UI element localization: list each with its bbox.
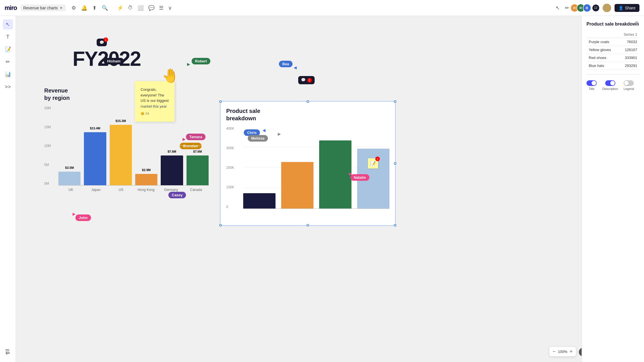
zoom-out-button[interactable]: − [553, 349, 556, 355]
y-label-15m: 15M [44, 125, 51, 129]
table-row-blue-hats: Blue hats 293291 [586, 62, 639, 70]
handle-mr[interactable] [394, 162, 396, 165]
x-label-hk: Hong Kong [134, 188, 158, 192]
share-button[interactable]: 👤 Share [615, 4, 639, 12]
row-label-purple-coats: Purple coats [586, 38, 618, 46]
handle-tr[interactable] [394, 100, 396, 103]
avatar-3: B [583, 4, 591, 12]
bar-hk-rect: $2.9M [135, 174, 157, 186]
handle-bl[interactable] [219, 224, 222, 226]
user-label-melissa: Melissa [248, 135, 268, 142]
cursor-chris: ◀ [262, 128, 266, 132]
sticky-tool[interactable]: 📝 [3, 44, 13, 54]
description-toggle-label: Description [602, 87, 618, 90]
tab-title[interactable]: Revenue bar charts ★ [20, 5, 66, 11]
cursor-tool[interactable]: ↖ [3, 19, 13, 30]
settings-icon[interactable]: ⚙ [71, 5, 76, 11]
handle-tl[interactable] [219, 100, 222, 103]
zoom-in-button[interactable]: + [569, 349, 573, 355]
toolbar-middle: ⚡ ⏱ ⬜ 💬 ☰ ∨ [117, 5, 172, 11]
table-row-purple-coats: Purple coats 76032 [586, 38, 639, 46]
lightning-icon[interactable]: ⚡ [117, 5, 123, 11]
bar-uk-value: $3.5M [65, 166, 74, 169]
chart-sticky-icon[interactable]: 📝 4 [368, 158, 378, 169]
bar-yellow-gloves-rect [281, 162, 313, 209]
bar-japan-value: $13.4M [90, 127, 100, 130]
text-tool[interactable]: T [3, 32, 13, 42]
cursor-chris2: ▶ [278, 132, 281, 136]
x-label-germany: Germany [158, 188, 183, 192]
panel-delete-button[interactable]: 🗑 [634, 20, 639, 26]
description-toggle[interactable] [605, 80, 615, 86]
user-label-natalie: Natalie [350, 174, 369, 181]
title-toggle-label: Title [589, 87, 594, 90]
current-user-avatar[interactable] [603, 4, 611, 12]
bar-us: $15.3M [110, 106, 132, 186]
search-icon[interactable]: 🔍 [102, 5, 108, 11]
panel-toggles: Title Description Legend [586, 80, 639, 90]
bar-japan-rect: $13.4M [84, 132, 106, 186]
product-y-axis: 400K 300K 200K 100K 0 [226, 127, 234, 209]
right-panel: Product sale breakdown 🗑 Series 1 Purple… [582, 16, 644, 362]
row-label-blue-hats: Blue hats [586, 62, 618, 70]
x-label-uk: UK [58, 188, 83, 192]
frame-icon[interactable]: ⬜ [137, 5, 144, 11]
star-icon[interactable]: ★ [60, 6, 63, 10]
user-label-bea: Bea [279, 61, 293, 67]
bar-japan: $13.4M [84, 106, 106, 186]
handle-br[interactable] [394, 224, 396, 226]
user-label-hisham: Hisham [104, 58, 124, 64]
bar-us-value: $15.3M [115, 119, 126, 123]
expand-icon[interactable]: ∨ [168, 5, 172, 11]
top-right-icons: ↖ ✏ [556, 5, 569, 11]
panel-title: Product sale breakdown [586, 22, 639, 27]
topbar-right: ↖ ✏ H R B 12 👤 Share [553, 4, 639, 12]
more-tools[interactable]: >> [3, 82, 13, 92]
handle-bm[interactable] [307, 224, 309, 226]
tab-title-text: Revenue bar charts [23, 6, 58, 10]
legend-toggle[interactable] [624, 80, 634, 86]
title-toggle[interactable] [586, 80, 597, 86]
panel-table: Series 1 Purple coats 76032 Yellow glove… [586, 31, 639, 70]
bars-container: $3.5M $13.4M [58, 106, 209, 186]
row-label-yellow-gloves: Yellow gloves [586, 46, 618, 54]
panel-toggle-button[interactable]: ☰ [2, 346, 12, 356]
bar-germany-rect: $7.6M [161, 155, 183, 186]
topbar: miro Revenue bar charts ★ ⚙ 🔔 ⬆ 🔍 ⚡ ⏱ ⬜ … [0, 0, 644, 16]
zoom-controls: − 100% + [549, 347, 576, 356]
bar-red-shoes-rect [319, 140, 351, 209]
cursor-hisham: ▶ [99, 61, 103, 66]
toggle-legend: Legend [624, 80, 634, 90]
canvas-notification-badge: 2 [307, 78, 312, 83]
pen-icon[interactable]: ✏ [565, 5, 569, 11]
cursor-icon[interactable]: ↖ [556, 5, 560, 11]
chart-tool[interactable]: 📊 [3, 69, 13, 79]
chat-icon[interactable]: 💬 [148, 5, 154, 11]
cursor-john: ▶ [73, 212, 76, 216]
canvas-notification[interactable]: 💬 2 [298, 76, 315, 84]
y-label-20m: 20M [44, 106, 51, 110]
x-axis-labels: UK Japan US Hong Kong Germany Canada [58, 186, 209, 194]
share-upload-icon[interactable]: ⬆ [92, 5, 97, 11]
notifications-icon[interactable]: 🔔 [81, 5, 87, 11]
row-value-purple-coats: 76032 [618, 38, 639, 46]
description-toggle-knob [610, 81, 615, 85]
share-icon: 👤 [618, 6, 623, 10]
y-axis: 20M 15M 10M 5M 0M [44, 106, 51, 186]
revenue-bar-chart: 20M 15M 10M 5M 0M [44, 106, 209, 194]
timer-icon[interactable]: ⏱ [128, 5, 133, 11]
col-label [586, 31, 618, 38]
revenue-chart-title: Revenueby region [44, 87, 209, 102]
collaborator-avatars: H R B 12 [573, 4, 599, 12]
user-label-john: John [75, 214, 91, 221]
avatar-count[interactable]: 12 [592, 5, 599, 11]
list-icon[interactable]: ☰ [159, 5, 164, 11]
row-value-red-shoes: 333901 [618, 54, 639, 62]
bar-hk: $2.9M [135, 106, 157, 186]
y-label-5m: 5M [44, 163, 51, 167]
notification-bubble[interactable]: 💬 1 [97, 39, 107, 46]
handle-tm[interactable] [307, 100, 309, 103]
pen-tool[interactable]: ✏ [3, 57, 13, 67]
bar-uk: $3.5M [58, 106, 80, 186]
bar-uk-rect: $3.5M [58, 172, 80, 186]
